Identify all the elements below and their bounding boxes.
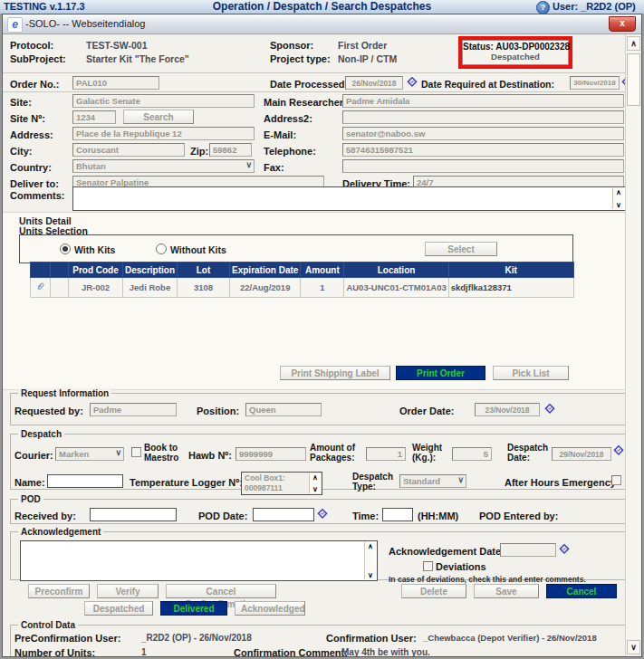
courier-select[interactable]: Marken ∨ — [55, 447, 124, 461]
location-cell: AU03-UNC01-CTM01A03 — [344, 278, 448, 298]
acknowledgement-group: Acknowledgement ∧ ∨ Acknowledgement Date… — [10, 527, 626, 580]
close-icon[interactable]: x — [609, 16, 636, 32]
date-required-field[interactable] — [570, 76, 620, 90]
main-researcher-field[interactable] — [342, 94, 624, 108]
save-button[interactable]: Save — [474, 584, 539, 598]
temp-logger-label: Temperature Logger Nº: — [130, 477, 243, 488]
deliver-to-label: Deliver to: — [10, 178, 59, 189]
address2-field[interactable] — [342, 110, 624, 124]
confirmation-comment-label: Confirmation Comment: — [234, 647, 348, 656]
email-field[interactable] — [342, 127, 624, 140]
hawb-field[interactable] — [235, 447, 306, 461]
with-kits-radio[interactable] — [60, 244, 71, 254]
calendar-icon[interactable] — [406, 75, 418, 88]
time-format-label: (HH:MM) — [418, 511, 458, 521]
temp-logger-scrollbar[interactable]: ∧ ∨ — [309, 473, 321, 493]
scroll-down-icon[interactable]: ∨ — [365, 571, 376, 579]
preconfirm-button[interactable]: Preconfirm — [28, 584, 90, 598]
amount-cell: 1 — [301, 278, 344, 298]
cancel-button[interactable]: Cancel — [546, 584, 617, 598]
book-to-maestro-checkbox[interactable] — [131, 447, 141, 457]
vertical-scrollbar[interactable]: ∧ ∨ — [625, 34, 641, 656]
prod-code-cell: JR-002 — [69, 278, 123, 298]
pick-list-button[interactable]: Pick List — [493, 366, 569, 380]
scroll-down-icon[interactable]: ∨ — [310, 485, 321, 493]
acknowledgement-textarea[interactable]: ∧ ∨ — [20, 540, 378, 581]
main-researcher-label: Main Researcher: — [264, 97, 347, 108]
calendar-icon[interactable] — [543, 402, 556, 415]
verify-button[interactable]: Verify — [97, 584, 159, 598]
despatch-type-select[interactable]: Standard ∨ — [399, 474, 466, 488]
delete-button[interactable]: Delete — [401, 584, 466, 598]
scroll-up-icon[interactable]: ∧ — [365, 542, 376, 550]
scrollbar-thumb[interactable] — [627, 53, 640, 106]
country-select[interactable]: Bhutan ∨ — [72, 159, 255, 173]
user-label: User: _R2D2 (OP) — [553, 1, 636, 12]
site-field[interactable] — [72, 94, 255, 108]
time-field[interactable] — [382, 508, 413, 521]
after-hours-label: After Hours Emergency — [505, 477, 616, 488]
received-by-label: Received by: — [14, 511, 76, 521]
scroll-up-icon[interactable]: ∧ — [310, 473, 321, 482]
fax-field[interactable] — [342, 159, 624, 173]
date-processed-field[interactable] — [345, 76, 403, 90]
search-button[interactable]: Search — [123, 110, 194, 124]
acknowledgement-date-field[interactable] — [500, 543, 556, 557]
select-button[interactable]: Select — [425, 242, 497, 256]
despatched-button[interactable]: Despatched — [84, 601, 153, 616]
email-label: E-Mail: — [264, 129, 296, 140]
order-no-field[interactable] — [72, 76, 159, 90]
cancel-preconfirmation-button[interactable]: Cancel PreConfirmation — [166, 584, 276, 598]
comments-textarea[interactable]: ∧ ∨ — [72, 186, 626, 211]
site-no-field[interactable] — [72, 110, 116, 124]
scroll-up-icon[interactable]: ∧ — [613, 188, 624, 196]
pod-date-field[interactable] — [253, 508, 314, 521]
scrollbar-down-icon[interactable]: ∨ — [627, 640, 640, 654]
telephone-field[interactable] — [342, 143, 624, 157]
dialog-titlebar[interactable]: e -SOLO- -- Webseitendialog x — [3, 14, 641, 34]
comments-scrollbar[interactable]: ∧ ∨ — [612, 188, 624, 209]
zip-label: Zip: — [190, 146, 208, 157]
pod-legend: POD — [18, 494, 43, 504]
city-field[interactable] — [72, 143, 185, 157]
fax-label: Fax: — [264, 162, 284, 173]
requested-by-field[interactable] — [90, 403, 177, 416]
units-selection-box: With Kits Without Kits Select — [19, 234, 573, 263]
scroll-down-icon[interactable]: ∨ — [613, 201, 624, 209]
acknowledged-button[interactable]: Acknowledged — [235, 601, 305, 616]
amount-packages-field[interactable] — [366, 447, 406, 461]
zip-field[interactable] — [209, 143, 252, 157]
despatch-date-field[interactable] — [552, 447, 611, 461]
calendar-icon[interactable] — [316, 507, 329, 520]
acknowledgement-scrollbar[interactable]: ∧ ∨ — [364, 542, 376, 579]
print-order-button[interactable]: Print Order — [396, 366, 485, 380]
calendar-icon[interactable] — [558, 542, 571, 555]
col-kit: Kit — [448, 263, 573, 278]
project-type-value: Non-IP / CTM — [338, 53, 397, 64]
after-hours-checkbox[interactable] — [611, 475, 621, 485]
col-attach — [31, 263, 51, 278]
temp-logger-listbox[interactable]: Cool Box1: 000987111 ∧ ∨ — [241, 472, 322, 495]
calendar-icon[interactable] — [612, 444, 625, 456]
subproject-label: SubProject: — [10, 53, 66, 64]
date-processed-label: Date Processed: — [270, 79, 348, 90]
position-field[interactable] — [245, 403, 322, 416]
name-field[interactable] — [47, 474, 123, 488]
pod-entered-by-label: POD Entered by: — [479, 511, 558, 521]
chevron-down-icon: ∨ — [115, 448, 121, 457]
delivered-button[interactable]: Delivered — [160, 601, 227, 616]
address-field[interactable] — [72, 127, 255, 140]
deviations-checkbox[interactable] — [423, 561, 433, 571]
expiration-cell: 22/Aug/2019 — [230, 278, 301, 298]
order-date-field[interactable] — [475, 403, 540, 416]
received-by-field[interactable] — [90, 508, 177, 521]
print-shipping-label-button[interactable]: Print Shipping Label — [280, 366, 390, 380]
status-highlight: Status: AU03-DP0002328 Despatched — [458, 36, 572, 69]
paperclip-icon[interactable] — [35, 283, 45, 293]
pod-date-label: POD Date: — [198, 511, 247, 521]
scrollbar-up-icon[interactable]: ∧ — [627, 36, 640, 51]
weight-field[interactable] — [452, 447, 492, 461]
help-icon[interactable]: ? — [536, 1, 550, 14]
without-kits-radio[interactable] — [156, 244, 167, 254]
requested-by-label: Requested by: — [14, 406, 83, 416]
